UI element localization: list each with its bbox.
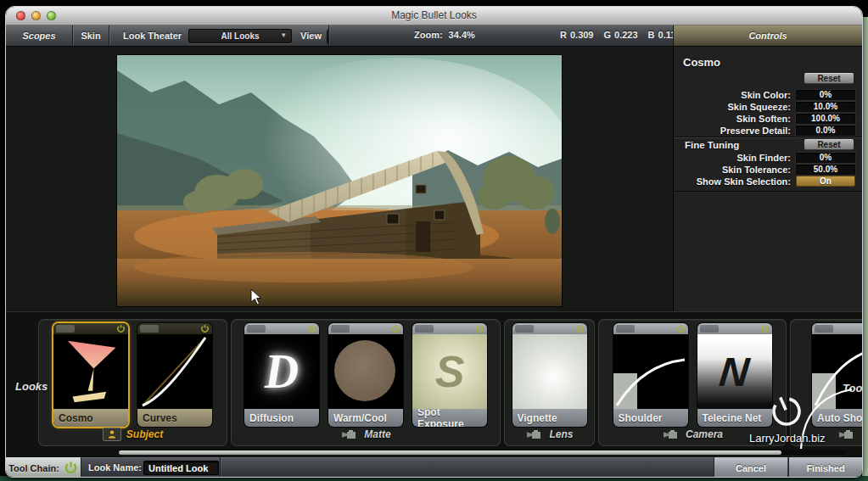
parameter-row: Skin Squeeze: 10.0%	[674, 101, 862, 112]
look-tile-warm-cool[interactable]: Warm/Cool	[328, 323, 403, 427]
look-tile-telecine-net[interactable]: N Telecine Net	[697, 323, 772, 427]
reset-button[interactable]: Reset	[804, 139, 854, 150]
tile-label: Telecine Net	[697, 409, 772, 427]
letter-d-glyph: D	[244, 334, 319, 409]
reset-button[interactable]: Reset	[804, 73, 854, 84]
param-label: Skin Finder:	[674, 153, 796, 163]
look-tile-curves[interactable]: Curves	[137, 323, 212, 427]
param-value-field[interactable]: 10.0%	[796, 102, 855, 112]
power-icon[interactable]	[200, 324, 210, 333]
looks-section-label: Looks	[15, 380, 48, 393]
parameter-rows: Skin Color: 0% Skin Squeeze: 10.0% Skin …	[674, 89, 862, 137]
tile-header	[812, 323, 863, 334]
look-tile-cosmo[interactable]: Cosmo	[53, 323, 128, 427]
param-label: Skin Soften:	[674, 114, 796, 124]
b-label: B	[648, 30, 655, 40]
tile-label: Auto Sho	[812, 409, 863, 427]
fine-tuning-header: Fine Tuning Reset	[674, 137, 862, 151]
param-value-field[interactable]: 0.0%	[796, 126, 855, 136]
parameter-row: Skin Tolerance: 50.0%	[674, 164, 862, 175]
tile-label: Diffusion	[244, 409, 319, 427]
tile-header	[244, 323, 319, 334]
parameter-row: Skin Color: 0%	[674, 89, 862, 100]
tile-label: Vignette	[512, 409, 587, 427]
tile-header	[613, 323, 688, 334]
shoulder-curve-icon	[613, 334, 688, 409]
active-tool-title: Cosmo	[683, 56, 720, 69]
main-area: Cosmo Reset Skin Color: 0% Skin Squeeze:…	[6, 47, 862, 311]
rgb-readout: R0.309 G0.223 B0.115	[560, 30, 680, 40]
chevron-down-icon: ▼	[280, 31, 287, 39]
circle-swatch-icon	[328, 334, 403, 409]
looks-strip: Looks Tools	[6, 311, 862, 456]
param-value-field[interactable]: 0%	[796, 153, 855, 163]
look-tile-vignette[interactable]: Vignette	[512, 323, 587, 427]
look-tile-diffusion[interactable]: D Diffusion	[244, 323, 319, 427]
param-value-field[interactable]: 0%	[796, 90, 855, 100]
param-value-field[interactable]: 50.0%	[796, 165, 855, 175]
controls-panel: Cosmo Reset Skin Color: 0% Skin Squeeze:…	[673, 47, 862, 311]
watermark-text: LarryJordan.biz	[749, 432, 826, 445]
tile-label: Warm/Cool	[328, 409, 403, 427]
tool-chain-chip: Tool Chain:	[6, 457, 81, 478]
power-icon[interactable]	[116, 324, 126, 333]
power-icon[interactable]	[676, 324, 686, 333]
person-icon	[103, 428, 121, 441]
toolbar-status-section: Zoom: 34.4% R0.309 G0.223 B0.115	[328, 25, 674, 46]
tool-chain-power-button[interactable]	[64, 461, 78, 475]
param-label: Preserve Detail:	[674, 126, 796, 136]
group-subject: Cosmo Curves	[38, 319, 227, 446]
app-window: Magic Bullet Looks Scopes Skin Look Thea…	[5, 6, 863, 478]
tile-header	[53, 323, 128, 334]
bottom-bar: Tool Chain: Look Name: Untitled Look Can…	[6, 456, 862, 478]
controls-tab[interactable]: Controls	[673, 25, 862, 46]
barn-scene	[117, 55, 562, 306]
r-value: 0.309	[570, 30, 594, 40]
tile-label: Cosmo	[53, 409, 128, 427]
cancel-button[interactable]: Cancel	[714, 457, 787, 478]
group-label-subject: Subject	[39, 425, 227, 444]
tool-chain-label: Tool Chain:	[8, 463, 59, 473]
param-label: Skin Squeeze:	[674, 102, 796, 112]
finished-button[interactable]: Finished	[788, 457, 862, 478]
look-tile-spot-exposure[interactable]: S Spot Exposure	[412, 323, 487, 427]
show-skin-selection-toggle[interactable]: On	[796, 176, 855, 187]
group-camera: Shoulder N Telecine Net	[598, 319, 787, 446]
scrollbar-thumb[interactable]	[119, 450, 781, 455]
horizontal-scrollbar[interactable]	[118, 450, 846, 456]
power-icon[interactable]	[307, 324, 316, 333]
skin-button[interactable]: Skin	[73, 25, 109, 46]
curve-icon	[137, 334, 212, 409]
tile-label: Shoulder	[613, 409, 688, 427]
group-label-matte: Matte	[232, 425, 500, 444]
param-label: Skin Color:	[674, 90, 796, 100]
power-icon[interactable]	[475, 324, 484, 333]
preview-image[interactable]	[117, 55, 562, 306]
power-icon[interactable]	[391, 324, 400, 333]
tile-label: Curves	[137, 409, 212, 427]
letter-n-glyph: N	[697, 334, 772, 409]
look-tile-auto-shoulder[interactable]: Auto Sho	[812, 323, 863, 427]
parameter-row: Skin Soften: 100.0%	[674, 113, 862, 124]
look-name-input[interactable]: Untitled Look	[143, 461, 219, 475]
group-label-lens: Lens	[505, 425, 594, 444]
toolbar: Scopes Skin Look Theater All Looks ▼ Vie…	[6, 25, 862, 47]
param-value-field[interactable]: 100.0%	[796, 114, 855, 124]
camera-icon	[837, 429, 856, 440]
power-icon[interactable]	[575, 324, 585, 333]
look-theater-label: Look Theater	[123, 31, 182, 41]
scopes-button[interactable]: Scopes	[6, 25, 72, 46]
look-theater-section: Look Theater All Looks ▼ View ▶	[109, 25, 344, 46]
power-icon[interactable]	[760, 324, 770, 333]
looks-filter-dropdown[interactable]: All Looks ▼	[188, 29, 292, 43]
letter-s-glyph: S	[412, 334, 487, 409]
tile-header	[697, 323, 772, 334]
zoom-label: Zoom:	[414, 30, 443, 40]
group-matte: D Diffusion Warm/Cool	[231, 319, 501, 446]
tile-label: Spot Exposure	[412, 409, 487, 427]
g-value: 0.223	[614, 30, 638, 40]
tool-groups: Cosmo Curves	[38, 319, 863, 446]
param-label: Show Skin Selection:	[674, 176, 796, 187]
param-label: Skin Tolerance:	[674, 165, 796, 175]
look-tile-shoulder[interactable]: Shoulder	[613, 323, 688, 427]
